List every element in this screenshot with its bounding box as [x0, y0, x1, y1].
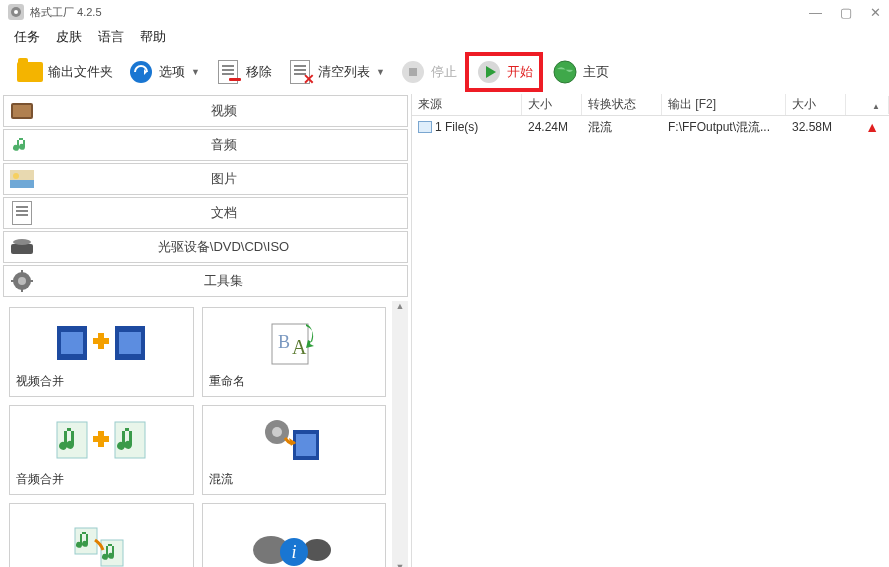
category-picture-label: 图片: [40, 170, 407, 188]
start-icon: [475, 58, 503, 86]
svg-text:B: B: [278, 332, 290, 352]
document-icon: [8, 202, 36, 224]
tools-area: 视频合并 BA 重命名 音频合并: [3, 301, 408, 567]
svg-rect-27: [98, 333, 104, 349]
svg-point-2: [130, 61, 152, 83]
rename-icon: BA: [209, 314, 380, 371]
col-size[interactable]: 大小: [522, 94, 582, 115]
extra-tool-icon-2: i: [209, 510, 380, 567]
left-panel: 视频 音频 图片 文档 光驱设备\DVD\CD\ISO: [0, 94, 412, 567]
tool-video-merge-label: 视频合并: [16, 371, 187, 390]
output-folder-button[interactable]: 输出文件夹: [10, 56, 119, 88]
start-button[interactable]: 开始: [465, 52, 543, 92]
close-button[interactable]: ✕: [870, 5, 881, 20]
col-sort[interactable]: ▲: [846, 96, 889, 114]
svg-rect-25: [119, 332, 141, 354]
menu-skin[interactable]: 皮肤: [56, 28, 82, 46]
col-size2[interactable]: 大小: [786, 94, 846, 115]
file-icon: [418, 121, 432, 133]
tool-extra-2[interactable]: i: [202, 503, 387, 567]
chevron-down-icon: ▼: [376, 67, 385, 77]
optical-icon: [8, 236, 36, 258]
right-panel: 来源 大小 转换状态 输出 [F2] 大小 ▲ 1 File(s) 24.24M…: [412, 94, 889, 567]
cell-size2: 32.58M: [786, 118, 846, 136]
tool-extra-1[interactable]: [9, 503, 194, 567]
menu-language[interactable]: 语言: [98, 28, 124, 46]
scrollbar[interactable]: ▲ ▼: [392, 301, 408, 567]
chevron-down-icon: ▼: [191, 67, 200, 77]
app-icon: [8, 4, 24, 20]
svg-rect-19: [21, 288, 23, 292]
tool-rename[interactable]: BA 重命名: [202, 307, 387, 397]
svg-rect-34: [98, 431, 104, 447]
tool-mux[interactable]: 混流: [202, 405, 387, 495]
svg-point-17: [18, 277, 26, 285]
svg-rect-20: [11, 280, 15, 282]
svg-point-1: [14, 10, 18, 14]
window-title: 格式工厂 4.2.5: [30, 5, 809, 20]
start-label: 开始: [507, 63, 533, 81]
menu-task[interactable]: 任务: [14, 28, 40, 46]
tool-audio-merge-label: 音频合并: [16, 469, 187, 488]
category-video[interactable]: 视频: [3, 95, 408, 127]
svg-rect-5: [409, 68, 417, 76]
maximize-button[interactable]: ▢: [840, 5, 852, 20]
options-icon: [127, 58, 155, 86]
home-label: 主页: [583, 63, 609, 81]
category-picture[interactable]: 图片: [3, 163, 408, 195]
scroll-down-icon[interactable]: ▼: [396, 562, 405, 567]
category-toolset[interactable]: 工具集: [3, 265, 408, 297]
chevron-up-icon: ▲: [872, 102, 880, 111]
video-icon: [8, 100, 36, 122]
audio-merge-icon: [16, 412, 187, 469]
output-folder-label: 输出文件夹: [48, 63, 113, 81]
svg-point-36: [272, 427, 282, 437]
col-source[interactable]: 来源: [412, 94, 522, 115]
minimize-button[interactable]: ―: [809, 5, 822, 20]
svg-rect-13: [10, 180, 34, 188]
svg-point-14: [13, 173, 19, 179]
cell-output: F:\FFOutput\混流...: [662, 117, 786, 138]
extra-tool-icon-1: [16, 510, 187, 567]
folder-icon: [16, 58, 44, 86]
home-button[interactable]: 主页: [545, 56, 615, 88]
svg-rect-38: [296, 434, 316, 456]
category-document[interactable]: 文档: [3, 197, 408, 229]
titlebar: 格式工厂 4.2.5 ― ▢ ✕: [0, 0, 889, 24]
picture-icon: [8, 168, 36, 190]
table-row[interactable]: 1 File(s) 24.24M 混流 F:\FFOutput\混流... 32…: [412, 116, 889, 138]
svg-rect-23: [61, 332, 83, 354]
cell-source-text: 1 File(s): [435, 120, 478, 134]
window-controls: ― ▢ ✕: [809, 5, 881, 20]
clear-list-button[interactable]: 清空列表 ▼: [280, 56, 391, 88]
menu-help[interactable]: 帮助: [140, 28, 166, 46]
category-audio[interactable]: 音频: [3, 129, 408, 161]
video-merge-icon: [16, 314, 187, 371]
svg-rect-18: [21, 270, 23, 274]
col-output[interactable]: 输出 [F2]: [662, 94, 786, 115]
category-video-label: 视频: [40, 102, 407, 120]
category-audio-label: 音频: [40, 136, 407, 154]
scroll-up-icon[interactable]: ▲: [396, 301, 405, 311]
category-document-label: 文档: [40, 204, 407, 222]
tool-video-merge[interactable]: 视频合并: [9, 307, 194, 397]
category-optical[interactable]: 光驱设备\DVD\CD\ISO: [3, 231, 408, 263]
options-button[interactable]: 选项 ▼: [121, 56, 206, 88]
stop-label: 停止: [431, 63, 457, 81]
clear-list-icon: [286, 58, 314, 86]
tool-mux-label: 混流: [209, 469, 380, 488]
cell-status: 混流: [582, 117, 662, 138]
tools-grid: 视频合并 BA 重命名 音频合并: [3, 301, 392, 567]
options-label: 选项: [159, 63, 185, 81]
col-status[interactable]: 转换状态: [582, 94, 662, 115]
tool-audio-merge[interactable]: 音频合并: [9, 405, 194, 495]
remove-button[interactable]: 移除: [208, 56, 278, 88]
svg-point-15: [13, 239, 31, 245]
stop-button[interactable]: 停止: [393, 56, 463, 88]
svg-rect-11: [13, 105, 31, 117]
cell-source: 1 File(s): [412, 118, 522, 136]
svg-rect-21: [29, 280, 33, 282]
home-icon: [551, 58, 579, 86]
cell-indicator: ▲: [846, 117, 889, 137]
stop-icon: [399, 58, 427, 86]
